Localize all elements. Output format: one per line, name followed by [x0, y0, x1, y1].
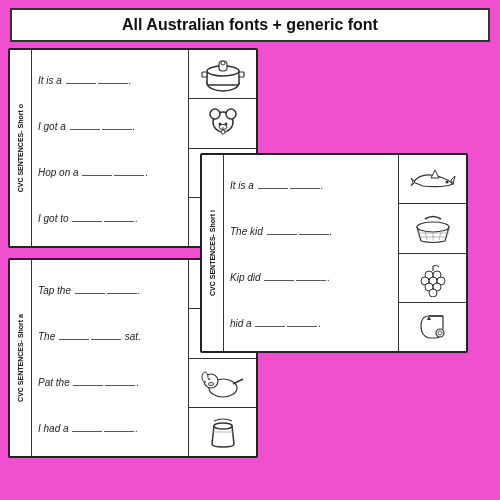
sentence-line: The sat. — [38, 330, 184, 344]
sentence-line: hid a . — [230, 317, 394, 331]
svg-point-14 — [221, 130, 225, 134]
page-title: All Australian fonts + generic font — [22, 16, 478, 34]
basket-image — [399, 204, 466, 253]
bear-image — [189, 99, 256, 148]
sentence-line: Tap the . — [38, 284, 184, 298]
sentence-line: Kip did . — [230, 271, 394, 285]
safety-pin-icon — [407, 308, 459, 346]
pail-image — [189, 408, 256, 456]
header-bar: All Australian fonts + generic font — [10, 8, 490, 42]
sentences-short-i: It is a . The kid . Kip did . hid a . — [224, 155, 398, 351]
card-label-short-a: CVC SENTENCES- Short a — [10, 260, 32, 456]
svg-point-6 — [221, 61, 225, 65]
grapes-image — [399, 254, 466, 303]
svg-marker-39 — [431, 170, 439, 178]
svg-point-57 — [436, 329, 444, 337]
basket-icon — [407, 209, 459, 247]
svg-rect-4 — [239, 72, 244, 77]
sentences-short-o: It is a . I got a . Hop on a . I got to … — [32, 50, 188, 246]
shark-icon — [407, 160, 459, 198]
pail-icon — [197, 413, 249, 451]
sentences-short-a: Tap the . The sat. Pat the . I had a . — [32, 260, 188, 456]
svg-point-35 — [208, 382, 214, 385]
sentence-line: I got a . — [38, 120, 184, 134]
images-short-i — [398, 155, 466, 351]
svg-line-36 — [233, 379, 243, 384]
card-short-i: CVC SENTENCES- Short i It is a . The kid… — [200, 153, 468, 353]
svg-point-34 — [208, 378, 210, 380]
svg-point-54 — [429, 289, 437, 297]
sentence-line: The kid . — [230, 225, 394, 239]
svg-point-40 — [445, 181, 448, 184]
svg-point-41 — [417, 222, 449, 232]
cards-area: CVC SENTENCES- Short o It is a . I got a… — [0, 48, 500, 488]
sentence-line: I got to . — [38, 212, 184, 226]
pot-icon — [197, 55, 249, 93]
svg-rect-3 — [202, 72, 207, 77]
pot-image — [189, 50, 256, 99]
sentence-line: Pat the . — [38, 376, 184, 390]
safety-pin-image — [399, 303, 466, 351]
sentence-line: Hop on a . — [38, 166, 184, 180]
card-label-short-o: CVC SENTENCES- Short o — [10, 50, 32, 246]
svg-point-8 — [210, 109, 220, 119]
dog-image — [189, 359, 256, 408]
svg-point-9 — [226, 109, 236, 119]
shark-image — [399, 155, 466, 204]
svg-point-37 — [214, 423, 232, 429]
bear-icon — [197, 104, 249, 142]
grapes-icon — [407, 259, 459, 297]
sentence-line: It is a . — [230, 179, 394, 193]
sentence-line: It is a . — [38, 74, 184, 88]
card-label-short-i: CVC SENTENCES- Short i — [202, 155, 224, 351]
sentence-line: I had a . — [38, 422, 184, 436]
dog-icon — [197, 364, 249, 402]
